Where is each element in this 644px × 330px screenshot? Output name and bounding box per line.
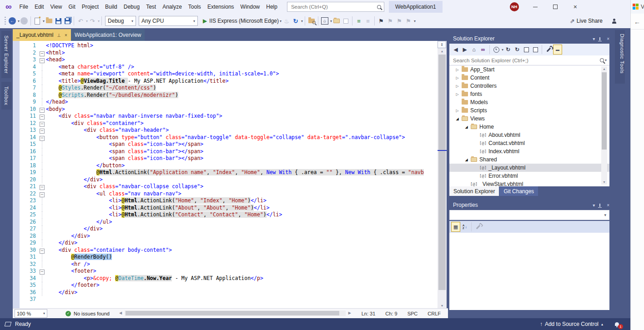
code-line[interactable]: 7 @Styles.Render("~/Content/css")	[13, 85, 438, 92]
home-dropdown[interactable]: ▾	[330, 19, 332, 23]
navigate-back-button[interactable]: ←	[8, 15, 16, 26]
scrollbar-thumb[interactable]	[602, 72, 607, 150]
code-line[interactable]: 14– <button type="button" class="navbar-…	[13, 134, 438, 141]
editor-vertical-scrollbar[interactable]: ⇕ ▲ ▼	[438, 41, 447, 308]
tree-item-content[interactable]: ▷Content	[449, 74, 609, 82]
paste-button[interactable]	[342, 15, 350, 26]
bookmark-dropdown[interactable]: ▾	[414, 19, 416, 23]
zoom-level-dropdown[interactable]: 100 % ▾	[15, 309, 47, 318]
live-share-button[interactable]: ⇗ Live Share	[570, 15, 609, 26]
menu-item-extensions[interactable]: Extensions	[204, 0, 237, 14]
quick-search-box[interactable]	[287, 2, 384, 12]
expander-icon[interactable]: ◢	[463, 158, 470, 162]
avatar[interactable]: NH	[510, 2, 519, 11]
menu-item-project[interactable]: Project	[79, 0, 102, 14]
code-line[interactable]: 22– <ul class="nav navbar-nav">	[13, 190, 438, 198]
code-line[interactable]: 1<!DOCTYPE html>	[13, 42, 438, 50]
code-line[interactable]: 12– <div class="container">	[13, 120, 438, 127]
toggle-bookmark-button[interactable]: ⚑	[377, 15, 385, 26]
close-icon[interactable]: ×	[65, 33, 67, 38]
code-line[interactable]: 11– <div class="navbar navbar-inverse na…	[13, 113, 438, 120]
open-file-button[interactable]	[45, 15, 53, 26]
scroll-down-arrow[interactable]: ▼	[601, 180, 607, 184]
scrollbar-thumb[interactable]	[126, 311, 339, 315]
back-dropdown[interactable]: ▾	[18, 19, 20, 23]
code-line[interactable]: 18 </button>	[13, 162, 438, 170]
code-line[interactable]: 23 <li>@Html.ActionLink("Home", "Index",…	[13, 197, 438, 205]
refresh-button[interactable]: ↻	[503, 45, 513, 55]
editor-split-handle[interactable]: ⇕	[438, 41, 446, 48]
next-bookmark-button[interactable]: ⚑	[395, 15, 403, 26]
scrollbar-thumb[interactable]	[438, 55, 446, 290]
scroll-left-arrow[interactable]: ◀	[119, 311, 122, 315]
forward-button[interactable]: ▶	[460, 45, 469, 55]
previous-bookmark-button[interactable]: ⚑	[386, 15, 394, 26]
alphabetical-sort-button[interactable]: AZ↓	[460, 222, 469, 232]
search-dropdown[interactable]: ▾	[605, 58, 607, 62]
code-line[interactable]: 34 <p>&copy; @DateTime.Now.Year - My ASP…	[13, 275, 438, 282]
tree-item-app-start[interactable]: ▷App_Start	[449, 65, 609, 74]
fold-collapse-box[interactable]: –	[40, 129, 45, 134]
pin-icon[interactable]	[599, 204, 600, 207]
menu-item-test[interactable]: Test	[143, 0, 159, 14]
run-target-dropdown[interactable]: ▾	[280, 19, 282, 23]
pin-icon[interactable]	[599, 37, 600, 40]
fold-collapse-box[interactable]: –	[40, 58, 45, 63]
tree-item-controllers[interactable]: ▷Controllers	[449, 82, 609, 90]
scroll-up-arrow[interactable]: ▲	[601, 67, 607, 70]
back-arrow-icon[interactable]: ←	[634, 18, 640, 25]
save-all-button[interactable]	[63, 15, 71, 26]
solution-search-input[interactable]	[452, 57, 600, 64]
expander-icon[interactable]: ▷	[454, 76, 461, 80]
code-line[interactable]: 2–<html>	[13, 50, 438, 57]
fold-collapse-box[interactable]: –	[40, 192, 45, 197]
code-line[interactable]: 24 <li>@Html.ActionLink("About", "About"…	[13, 205, 438, 212]
show-all-files-toggle[interactable]: ▬	[553, 45, 562, 55]
tree-item-about-vbhtml[interactable]: [@]About.vbhtml	[449, 131, 609, 139]
issues-status-label[interactable]: No issues found	[74, 311, 110, 316]
code-line[interactable]: 16 <span class="icon-bar"></span>	[13, 148, 438, 155]
toolbar-grip[interactable]	[5, 17, 6, 25]
code-line[interactable]: 19 @Html.ActionLink("Application name", …	[13, 169, 438, 176]
add-to-source-control-button[interactable]: Add to Source Control	[545, 321, 599, 327]
home-button[interactable]: ⌂	[321, 15, 329, 26]
panel-dropdown-icon[interactable]: ▾	[593, 203, 595, 208]
redo-dropdown[interactable]: ▾	[98, 19, 100, 23]
properties-object-dropdown[interactable]: ▾	[449, 210, 609, 220]
clear-bookmarks-button[interactable]: ⚑	[404, 15, 413, 26]
new-file-dropdown[interactable]: ▾	[43, 19, 45, 23]
tree-item-contact-vbhtml[interactable]: [@]Contact.vbhtml	[449, 139, 609, 147]
menu-item-git[interactable]: Git	[65, 0, 78, 14]
new-file-button[interactable]	[33, 15, 41, 26]
expander-icon[interactable]: ▷	[454, 84, 461, 88]
solution-explorer-search-box[interactable]: ▾	[449, 55, 609, 65]
fold-collapse-box[interactable]: –	[40, 115, 45, 120]
document-tab[interactable]: _Layout.vbhtml⊣×	[13, 29, 71, 41]
code-line[interactable]: 29 </div>	[13, 240, 438, 247]
tree-item-shared[interactable]: ◢Shared	[449, 155, 609, 164]
copy-properties-button[interactable]	[531, 45, 540, 55]
code-line[interactable]: 9</head>	[13, 99, 438, 106]
code-line[interactable]: 30– <div class="container body-content">	[13, 247, 438, 254]
menu-item-analyze[interactable]: Analyze	[159, 0, 185, 14]
code-line[interactable]: 26 </ul>	[13, 219, 438, 226]
scroll-down-arrow[interactable]: ▼	[438, 304, 447, 307]
code-editor[interactable]: 1<!DOCTYPE html>2–<html>3–<head>4 <meta …	[13, 41, 438, 308]
close-icon[interactable]: ×	[607, 203, 609, 208]
editor-horizontal-scrollbar[interactable]: ◀ ▶	[119, 310, 351, 316]
save-button[interactable]	[54, 15, 62, 26]
find-in-files-button[interactable]	[307, 15, 316, 26]
pin-icon[interactable]: ⊣	[56, 33, 61, 37]
code-line[interactable]: 28 </div>	[13, 233, 438, 240]
feedback-button[interactable]	[610, 15, 618, 26]
column-indicator[interactable]: Ch: 9	[385, 311, 397, 316]
code-line[interactable]: 20 </div>	[13, 176, 438, 184]
sync-button[interactable]: ↻	[513, 45, 522, 55]
expander-icon[interactable]: ◢	[454, 117, 461, 121]
code-line[interactable]: 27 </div>	[13, 225, 438, 233]
fold-collapse-box[interactable]: –	[40, 51, 45, 56]
collapse-all-button[interactable]	[522, 45, 531, 55]
solution-explorer-title-bar[interactable]: Solution Explorer ▾ ×	[453, 35, 609, 43]
tab-git-changes[interactable]: Git Changes	[499, 186, 538, 196]
spaces-indicator[interactable]: SPC	[408, 311, 418, 316]
